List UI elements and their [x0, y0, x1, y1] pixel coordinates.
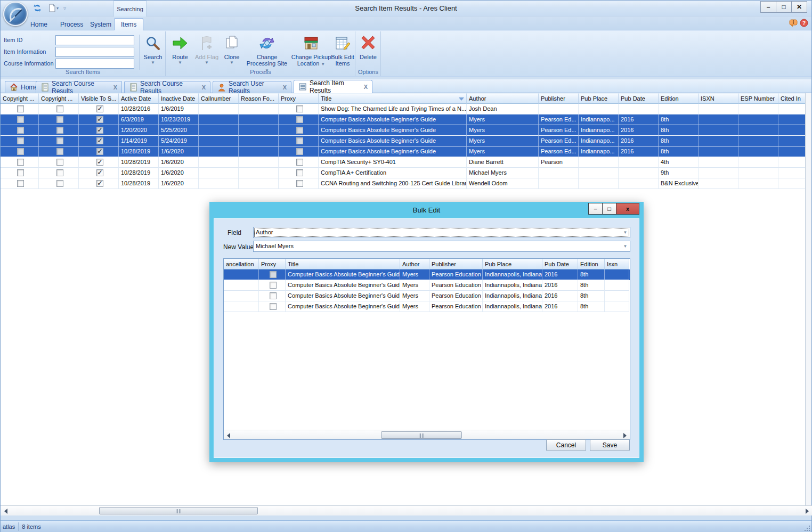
copyright2-checkbox[interactable]	[56, 127, 63, 134]
cell-pub_place[interactable]: Indiannapo...	[579, 125, 619, 136]
proxy-checkbox[interactable]	[270, 303, 277, 310]
delete-button[interactable]: Delete	[357, 32, 379, 60]
proxy-checkbox[interactable]	[296, 169, 303, 176]
table-row[interactable]: 10/28/20161/6/2019Show Dog: The Charmed …	[1, 104, 806, 114]
course-information-field[interactable]	[55, 59, 134, 69]
chevron-down-icon[interactable]: ▼	[622, 229, 629, 236]
cell-reason[interactable]	[239, 168, 279, 178]
search-button[interactable]: Search ▼	[141, 32, 165, 65]
cell-esp_number[interactable]	[738, 168, 778, 178]
cell-pub_place[interactable]: Indiannapo...	[579, 136, 619, 146]
cell-author[interactable]: Myers	[400, 291, 429, 301]
column-header-title[interactable]: Title	[319, 93, 467, 104]
cell-active_date[interactable]: 1/14/2019	[119, 136, 159, 146]
cell-active_date[interactable]: 10/28/2019	[119, 157, 159, 168]
close-tab-icon[interactable]: X	[202, 84, 206, 91]
cell-title[interactable]: Computer Basics Absolute Beginner's Guid…	[319, 136, 467, 146]
cell-isxn[interactable]	[605, 301, 629, 312]
column-header-copyright1[interactable]: Copyright ...	[1, 93, 39, 104]
proxy-checkbox[interactable]	[270, 271, 277, 278]
column-header-author[interactable]: Author	[400, 259, 429, 269]
cell-pub_date[interactable]: 2016	[619, 114, 659, 125]
cell-inactive_date[interactable]: 1/6/2020	[159, 146, 199, 157]
cell-publisher[interactable]: Pearson Education	[429, 301, 483, 312]
cell-reason[interactable]	[239, 178, 279, 189]
cell-pub_date[interactable]	[619, 157, 659, 168]
cell-pub_date[interactable]: 2016	[542, 280, 578, 291]
copyright2-checkbox[interactable]	[56, 180, 63, 187]
cell-cancellation[interactable]	[224, 291, 259, 301]
cell-author[interactable]: Myers	[467, 146, 539, 157]
dialog-maximize-button[interactable]: □	[602, 203, 616, 215]
cell-pub_date[interactable]	[619, 178, 659, 189]
new-value-dropdown[interactable]: Michael Myers ▼	[253, 241, 630, 252]
cell-pub_date[interactable]: 2016	[619, 136, 659, 146]
cell-active_date[interactable]: 6/3/2019	[119, 114, 159, 125]
cell-title[interactable]: CompTIA A+ Certification	[319, 168, 467, 178]
cell-callnumber[interactable]	[199, 146, 239, 157]
cell-callnumber[interactable]	[199, 178, 239, 189]
column-header-publisher[interactable]: Publisher	[539, 93, 579, 104]
copyright1-checkbox[interactable]	[17, 180, 24, 187]
proxy-checkbox[interactable]	[296, 159, 303, 166]
cell-isxn[interactable]	[699, 168, 738, 178]
cell-author[interactable]: Myers	[467, 114, 539, 125]
dialog-minimize-button[interactable]: –	[588, 203, 603, 215]
cell-isxn[interactable]	[699, 178, 738, 189]
field-dropdown[interactable]: Author ▼	[253, 227, 630, 238]
cell-pub_place[interactable]	[579, 104, 619, 114]
cell-isxn[interactable]	[699, 104, 738, 114]
table-row[interactable]: 6/3/201910/23/2019Computer Basics Absolu…	[1, 114, 806, 125]
cell-publisher[interactable]: Pearson Ed...	[539, 114, 579, 125]
scroll-left-icon[interactable]	[224, 431, 233, 439]
cell-reason[interactable]	[239, 157, 279, 168]
clone-button[interactable]: Clone ▼	[221, 32, 243, 65]
help-icon[interactable]: ?	[800, 19, 808, 27]
resize-grip[interactable]	[804, 525, 810, 531]
horizontal-scrollbar[interactable]	[1, 505, 812, 515]
visible-checkbox[interactable]	[96, 159, 103, 166]
cell-author[interactable]: Josh Dean	[467, 104, 539, 114]
route-button[interactable]: Route ▼	[168, 32, 192, 65]
cell-pub_place[interactable]: Indiannapo...	[579, 114, 619, 125]
cell-pub_place[interactable]: Indiannapo...	[579, 146, 619, 157]
cell-pub_date[interactable]: 2016	[542, 291, 578, 301]
cell-active_date[interactable]: 1/20/2020	[119, 125, 159, 136]
cell-reason[interactable]	[239, 146, 279, 157]
cell-title[interactable]: Computer Basics Absolute Beginner's Guid…	[286, 291, 400, 301]
cell-callnumber[interactable]	[199, 114, 239, 125]
copyright1-checkbox[interactable]	[17, 159, 24, 166]
dialog-horizontal-scrollbar[interactable]	[224, 430, 630, 439]
table-row[interactable]: Computer Basics Absolute Beginner's Guid…	[224, 291, 630, 301]
chevron-down-icon[interactable]: ▼	[622, 243, 629, 250]
cell-pub_date[interactable]: 2016	[619, 146, 659, 157]
cell-pub_place[interactable]: Indiannapolis, Indiana	[483, 269, 542, 280]
cell-title[interactable]: Computer Basics Absolute Beginner's Guid…	[319, 125, 467, 136]
cell-inactive_date[interactable]: 1/6/2020	[159, 178, 199, 189]
cell-active_date[interactable]: 10/28/2016	[119, 104, 159, 114]
cell-inactive_date[interactable]: 10/23/2019	[159, 114, 199, 125]
proxy-checkbox[interactable]	[296, 116, 303, 123]
cell-edition[interactable]: 8th	[659, 136, 699, 146]
cell-active_date[interactable]: 10/28/2019	[119, 178, 159, 189]
table-row[interactable]: 1/14/20195/24/2019Computer Basics Absolu…	[1, 136, 806, 146]
cell-esp_number[interactable]	[738, 114, 778, 125]
cell-edition[interactable]: 8th	[659, 125, 699, 136]
cell-inactive_date[interactable]: 1/6/2020	[159, 157, 199, 168]
cell-edition[interactable]: B&N Exclusive	[659, 178, 699, 189]
ribbon-tab-system[interactable]: System	[84, 18, 118, 30]
cell-publisher[interactable]: Pearson Education	[429, 291, 483, 301]
cell-active_date[interactable]: 10/28/2019	[119, 168, 159, 178]
column-header-isxn[interactable]: Isxn	[605, 259, 629, 269]
cell-edition[interactable]: 8th	[578, 301, 605, 312]
cell-inactive_date[interactable]: 5/24/2019	[159, 136, 199, 146]
proxy-checkbox[interactable]	[296, 127, 303, 134]
cell-esp_number[interactable]	[738, 125, 778, 136]
cell-publisher[interactable]	[539, 104, 579, 114]
cell-isxn[interactable]	[605, 291, 629, 301]
column-header-visible[interactable]: Visible To S...	[79, 93, 119, 104]
cell-pub_date[interactable]: 2016	[542, 269, 578, 280]
cell-reason[interactable]	[239, 114, 279, 125]
column-header-publisher[interactable]: Publisher	[429, 259, 483, 269]
bulk-edit-items-button[interactable]: Bulk Edit Items	[330, 32, 355, 67]
